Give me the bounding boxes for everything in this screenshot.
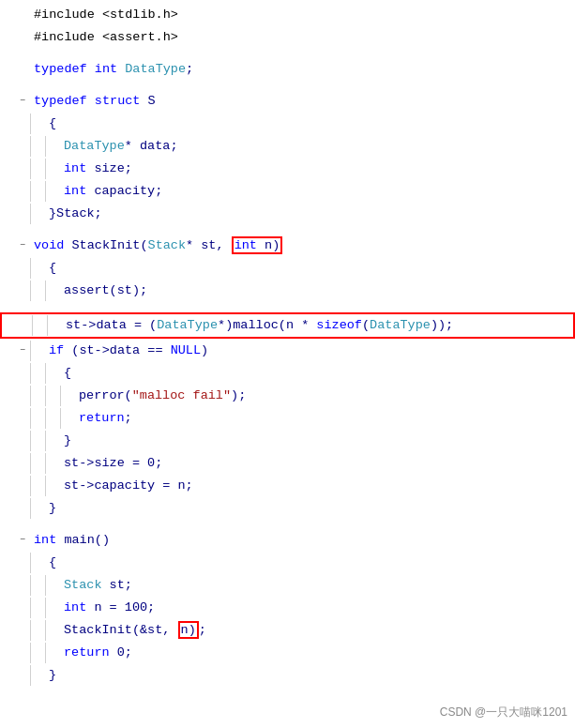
indent-guide-8 — [30, 136, 45, 157]
indent-guide-20b — [45, 386, 60, 406]
indent-guide-30b — [45, 620, 60, 641]
indent-guide-11 — [30, 204, 45, 224]
line-21: return; — [0, 407, 575, 430]
indent-guide-21c — [60, 408, 75, 429]
code-line-1: #include <stdlib.h> — [30, 5, 575, 25]
line-15: assert(st); — [0, 280, 575, 302]
fold-icon-6[interactable]: − — [17, 95, 28, 106]
indent-guide-21 — [30, 408, 45, 429]
indent-guide-14 — [30, 258, 45, 279]
line-9: int size; — [0, 158, 575, 180]
code-line-26: int main() — [30, 530, 575, 551]
indent-guide-15b — [45, 281, 60, 301]
line-20: perror("malloc fail"); — [0, 385, 575, 407]
indent-guide-30 — [30, 620, 45, 641]
indent-guide-21b — [45, 408, 60, 429]
code-line-19: { — [60, 363, 575, 384]
line-12 — [0, 225, 575, 235]
line-31: return 0; — [0, 642, 575, 664]
indent-guide-23 — [30, 453, 45, 474]
line-16 — [0, 302, 575, 311]
indent-guide-19b — [45, 363, 60, 384]
indent-guide-28 — [30, 575, 45, 596]
indent-guide-20 — [30, 386, 45, 406]
line-7: { — [0, 113, 575, 135]
code-line-18: if (st->data == NULL) — [45, 341, 575, 361]
line-11: }Stack; — [0, 203, 575, 225]
watermark: CSDN @一只大喵咪1201 — [440, 705, 567, 720]
fold-icon-13[interactable]: − — [17, 239, 28, 250]
line-14: { — [0, 257, 575, 280]
code-line-29: int n = 100; — [60, 598, 575, 618]
code-line-32: } — [45, 665, 575, 686]
fold-icon-26[interactable]: − — [17, 534, 28, 545]
line-8: DataType* data; — [0, 135, 575, 158]
indent-guide-10b — [45, 181, 60, 202]
code-line-21: return; — [75, 408, 575, 429]
code-editor: #include <stdlib.h> #include <assert.h> … — [0, 0, 575, 728]
indent-guide-17b — [47, 315, 62, 336]
indent-guide-15 — [30, 281, 45, 301]
code-line-23: st->size = 0; — [60, 453, 575, 474]
line-29: int n = 100; — [0, 597, 575, 619]
code-line-11: }Stack; — [45, 204, 575, 224]
code-line-8: DataType* data; — [60, 136, 575, 157]
line-17: st->data = (DataType*)malloc(n * sizeof(… — [0, 312, 575, 339]
indent-guide-7 — [30, 114, 45, 134]
indent-guide-31b — [45, 643, 60, 663]
line-13: − void StackInit(Stack* st, int n) — [0, 235, 575, 257]
fold-icon-18[interactable]: − — [17, 344, 28, 356]
line-19: { — [0, 362, 575, 385]
line-18: − if (st->data == NULL) — [0, 340, 575, 362]
code-line-7: { — [45, 114, 575, 134]
indent-guide-32 — [30, 665, 45, 686]
code-line-14: { — [45, 258, 575, 279]
indent-guide-9 — [30, 159, 45, 179]
line-26: − int main() — [0, 529, 575, 552]
line-4: typedef int DataType; — [0, 58, 575, 81]
indent-guide-29b — [45, 598, 60, 618]
indent-guide-24b — [45, 476, 60, 496]
line-10: int capacity; — [0, 180, 575, 203]
indent-guide-27 — [30, 553, 45, 573]
code-line-2: #include <assert.h> — [30, 27, 575, 48]
code-line-20: perror("malloc fail"); — [75, 386, 575, 406]
line-23: st->size = 0; — [0, 452, 575, 475]
line-6: − typedef struct S — [0, 90, 575, 113]
code-line-13: void StackInit(Stack* st, int n) — [30, 235, 575, 256]
code-line-28: Stack st; — [60, 575, 575, 596]
indent-guide-31 — [30, 643, 45, 663]
indent-guide-20c — [60, 386, 75, 406]
code-line-15: assert(st); — [60, 281, 575, 301]
indent-guide-29 — [30, 598, 45, 618]
code-line-10: int capacity; — [60, 181, 575, 202]
code-line-17: st->data = (DataType*)malloc(n * sizeof(… — [62, 315, 573, 336]
line-24: st->capacity = n; — [0, 475, 575, 497]
line-3 — [0, 49, 575, 58]
code-line-24: st->capacity = n; — [60, 476, 575, 496]
code-line-22: } — [60, 431, 575, 451]
indent-guide-19 — [30, 363, 45, 384]
indent-guide-22 — [30, 431, 45, 451]
line-5 — [0, 81, 575, 90]
line-25: } — [0, 497, 575, 520]
line-30: StackInit(&st, n); — [0, 619, 575, 642]
indent-guide-18 — [30, 341, 45, 361]
indent-guide-24 — [30, 476, 45, 496]
line-2: #include <assert.h> — [0, 26, 575, 49]
indent-guide-10 — [30, 181, 45, 202]
code-line-9: int size; — [60, 159, 575, 179]
line-22: } — [0, 430, 575, 452]
highlight-int-n: int n) — [232, 236, 283, 254]
code-line-31: return 0; — [60, 643, 575, 663]
highlight-n-paren: n) — [178, 621, 199, 639]
indent-guide-9b — [45, 159, 60, 179]
indent-guide-28b — [45, 575, 60, 596]
indent-guide-23b — [45, 453, 60, 474]
indent-guide-17 — [32, 315, 47, 336]
code-line-27: { — [45, 553, 575, 573]
indent-guide-8b — [45, 136, 60, 157]
line-27: { — [0, 552, 575, 574]
indent-guide-25 — [30, 498, 45, 519]
line-1: #include <stdlib.h> — [0, 4, 575, 26]
